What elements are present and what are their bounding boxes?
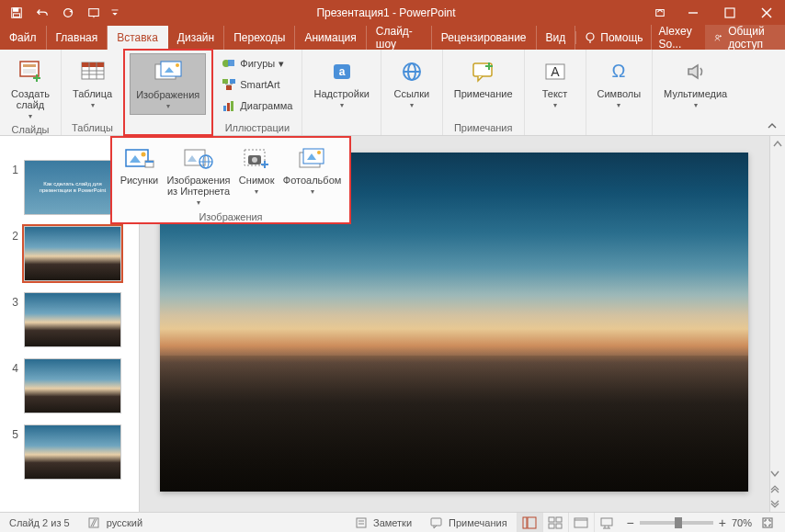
svg-rect-31 — [228, 60, 234, 66]
undo-button[interactable] — [31, 2, 53, 24]
tab-home[interactable]: Главная — [47, 26, 108, 50]
chevron-down-icon: ▾ — [410, 101, 414, 109]
new-slide-button[interactable]: Создать слайд ▾ — [6, 53, 55, 124]
status-language[interactable]: русский — [79, 516, 152, 529]
start-from-beginning-button[interactable] — [83, 2, 105, 24]
thumbnail-slide-image[interactable] — [24, 358, 121, 413]
chevron-down-icon: ▾ — [553, 101, 557, 109]
thumbnail-slide-2[interactable]: 2 — [0, 221, 139, 287]
comments-button[interactable]: Примечание — [449, 53, 518, 103]
svg-rect-21 — [82, 62, 104, 67]
chevron-down-icon: ▾ — [279, 58, 284, 70]
chevron-down-icon: ▾ — [197, 198, 200, 207]
collapse-ribbon-button[interactable] — [765, 119, 779, 133]
ribbon-display-options-button[interactable] — [645, 0, 675, 26]
fit-to-window-button[interactable] — [757, 513, 778, 533]
images-gallery-dropdown: Рисунки Изображения из Интернета ▾ Снимо… — [110, 136, 351, 224]
svg-rect-6 — [656, 10, 665, 17]
zoom-percentage[interactable]: 70% — [732, 517, 752, 528]
links-button[interactable]: Ссылки ▾ — [387, 53, 437, 113]
tab-transitions[interactable]: Переходы — [224, 26, 295, 50]
status-slide-counter[interactable]: Слайд 2 из 5 — [0, 517, 79, 528]
svg-rect-5 — [112, 10, 119, 11]
tab-slideshow[interactable]: Слайд-шоу — [367, 26, 432, 50]
svg-rect-83 — [601, 518, 612, 526]
chevron-down-icon: ▾ — [617, 101, 620, 109]
screenshot-button[interactable]: Снимок ▾ — [237, 143, 277, 198]
zoom-in-button[interactable]: + — [719, 515, 726, 530]
vertical-scrollbar[interactable] — [769, 136, 785, 512]
svg-point-29 — [176, 63, 179, 67]
next-slide-button[interactable] — [770, 496, 779, 512]
prev-slide-button[interactable] — [770, 481, 779, 496]
tab-review[interactable]: Рецензирование — [432, 26, 537, 50]
close-button[interactable] — [748, 0, 785, 26]
slideshow-view-button[interactable] — [594, 513, 620, 533]
pictures-button[interactable]: Рисунки — [119, 143, 161, 187]
tab-design[interactable]: Дизайн — [168, 26, 224, 50]
online-pictures-button[interactable]: Изображения из Интернета ▾ — [165, 143, 232, 209]
scroll-down-button[interactable] — [770, 465, 779, 481]
account-name[interactable]: Alexey So... — [651, 25, 706, 51]
maximize-button[interactable] — [711, 0, 748, 26]
chart-button[interactable]: Диаграмма — [218, 96, 296, 116]
tab-animation[interactable]: Анимация — [295, 26, 366, 50]
thumbnail-slide-image[interactable] — [24, 424, 121, 480]
zoom-slider-thumb[interactable] — [675, 517, 682, 528]
comments-toggle-button[interactable]: Примечания — [421, 516, 517, 529]
thumbnail-slide-image[interactable]: Как сделать слайд для презентации в Powe… — [24, 160, 121, 215]
thumbnail-slide-4[interactable]: 4 — [0, 353, 139, 419]
addins-button[interactable]: a Надстройки ▾ — [308, 53, 374, 113]
thumbnail-slide-5[interactable]: 5 — [0, 419, 139, 485]
notes-button[interactable]: Заметки — [346, 516, 421, 529]
shapes-button[interactable]: Фигуры ▾ — [218, 53, 296, 74]
group-tables: Таблица ▾ Таблицы — [62, 50, 124, 135]
spellcheck-icon — [88, 516, 101, 529]
svg-rect-80 — [556, 524, 562, 528]
svg-point-14 — [720, 36, 721, 37]
tab-file[interactable]: Файл — [0, 26, 47, 50]
svg-rect-37 — [223, 106, 226, 111]
photo-album-button[interactable]: Фотоальбом ▾ — [281, 143, 344, 198]
group-symbols: Ω Символы ▾ . — [586, 50, 654, 135]
symbols-button[interactable]: Ω Символы ▾ — [592, 53, 647, 113]
thumbnail-slide-3[interactable]: 3 — [0, 287, 139, 353]
svg-rect-8 — [725, 8, 734, 17]
scroll-up-button[interactable] — [770, 136, 785, 152]
svg-rect-79 — [549, 524, 554, 528]
table-button[interactable]: Таблица ▾ — [67, 53, 118, 113]
save-button[interactable] — [6, 2, 28, 24]
svg-point-11 — [586, 33, 594, 40]
normal-view-button[interactable] — [517, 513, 542, 533]
reading-view-button[interactable] — [568, 513, 594, 533]
redo-button[interactable] — [57, 2, 79, 24]
group-links: Ссылки ▾ . — [381, 50, 443, 135]
group-text: A Текст ▾ . — [525, 50, 586, 135]
slide-sorter-view-button[interactable] — [542, 513, 568, 533]
minimize-button[interactable] — [675, 0, 711, 26]
media-button[interactable]: Мультимедиа ▾ — [658, 53, 733, 113]
thumbnail-slide-image[interactable] — [24, 292, 121, 347]
svg-rect-17 — [23, 69, 36, 74]
zoom-out-button[interactable]: − — [627, 515, 634, 530]
thumbnail-slide-image[interactable] — [24, 226, 121, 281]
images-icon — [154, 58, 183, 87]
qat-customize-button[interactable] — [108, 2, 121, 24]
status-bar: Слайд 2 из 5 русский Заметки Примечания … — [0, 512, 785, 532]
smartart-button[interactable]: SmartArt — [218, 74, 296, 95]
tell-me-help[interactable]: Помощь — [575, 31, 650, 44]
images-dropdown-button[interactable]: Изображения ▾ — [130, 53, 206, 115]
svg-point-53 — [142, 153, 146, 157]
textbox-icon: A — [540, 57, 570, 86]
chevron-down-icon: ▾ — [340, 101, 344, 109]
camera-icon — [241, 145, 272, 173]
svg-point-13 — [716, 35, 719, 38]
zoom-slider[interactable] — [640, 521, 713, 525]
speaker-icon — [681, 57, 711, 86]
share-button[interactable]: Общий доступ — [705, 25, 785, 51]
tab-view[interactable]: Вид — [537, 26, 576, 50]
tab-insert[interactable]: Вставка — [108, 26, 168, 50]
comment-icon — [430, 516, 443, 529]
gallery-label: Изображения — [112, 209, 349, 226]
text-button[interactable]: A Текст ▾ — [530, 53, 580, 113]
